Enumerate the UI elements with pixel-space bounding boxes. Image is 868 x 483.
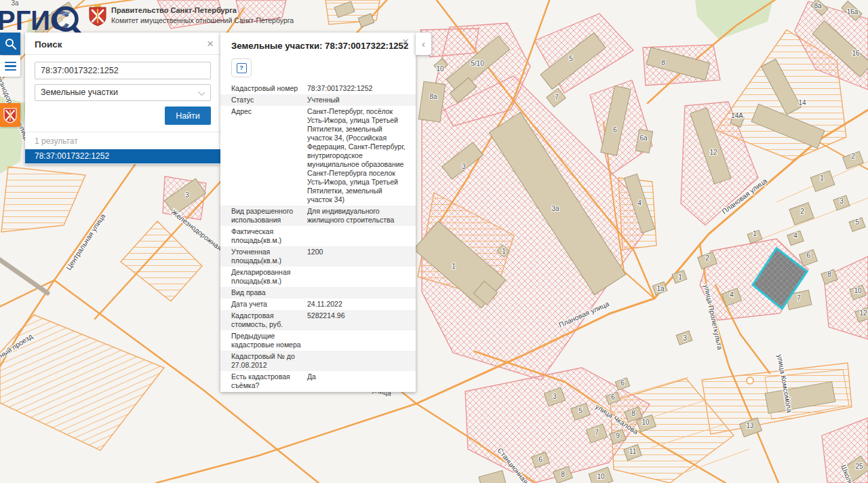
details-row: Уточненная площадь(кв.м.)1200: [220, 246, 416, 267]
details-row-label: Вид права: [220, 287, 307, 298]
building-label: 10: [597, 473, 605, 480]
details-row-label: Кадастровый номер: [220, 83, 307, 94]
spb-shield-icon: [3, 107, 17, 123]
details-table: Кадастровый номер78:37:0017322:1252Стату…: [220, 83, 416, 392]
building-label: 7: [555, 94, 559, 101]
building-label: 10: [854, 287, 862, 294]
building-label: 4: [793, 232, 797, 239]
search-query-input[interactable]: [35, 62, 211, 79]
building-label: 1а: [656, 285, 665, 292]
details-row: Декларированная площадь(кв.м.): [220, 267, 416, 287]
panel-collapse-button[interactable]: ‹: [416, 33, 431, 55]
chevron-down-icon: [198, 89, 205, 96]
details-close-icon[interactable]: ×: [402, 33, 409, 53]
building-label: 11: [629, 448, 637, 455]
details-row-label: Уточненная площадь(кв.м.): [220, 246, 307, 267]
building-label: 10: [436, 65, 444, 73]
details-row-label: Адрес: [220, 106, 307, 206]
search-icon: [5, 38, 16, 50]
details-row-label: Статус: [220, 94, 307, 106]
details-row-label: Есть кадастровая съёмка?: [220, 371, 307, 391]
toolbar-menu-button[interactable]: [0, 56, 20, 77]
building-label: 8: [631, 410, 635, 417]
building-label: 9: [616, 432, 620, 440]
parcel-info-button[interactable]: ?: [231, 58, 252, 77]
details-row: Кадастровый № до 27.08.2012: [220, 351, 416, 371]
building-label: 6: [538, 456, 542, 463]
building-label: 5/10: [471, 60, 484, 67]
toolbar-search-button[interactable]: [0, 33, 20, 55]
toolbar-emblem-button[interactable]: [0, 103, 20, 127]
building-label: 5: [569, 55, 573, 62]
building-label: 2: [851, 153, 855, 160]
find-button[interactable]: Найти: [165, 107, 211, 125]
building-label: 3: [462, 163, 466, 170]
details-row-value: [307, 287, 416, 298]
details-row: Вид разрешенного использованияДля индиви…: [220, 206, 416, 226]
search-category-value: Земельные участки: [41, 88, 118, 97]
details-row: АдресСанкт-Петербург, посёлок Усть-Ижора…: [220, 106, 416, 206]
details-row-label: Вид разрешенного использования: [220, 206, 307, 226]
search-panel-title: Поиск: [35, 39, 62, 50]
building-label: 3а: [551, 205, 559, 212]
details-row-label: Дата учета: [220, 298, 307, 310]
details-row: Предыдущие кадастровые номера: [220, 330, 416, 351]
building-label: 4: [637, 199, 642, 207]
details-row: СтатусУчтенный: [220, 94, 416, 106]
building-label: 25: [855, 463, 863, 470]
building-label: 3: [683, 334, 687, 342]
app-root: 3а8а16а168105/108а5766а331414А12213253а1…: [0, 0, 868, 483]
building-label: 14А: [731, 112, 743, 119]
building-label: 1: [502, 248, 506, 255]
building-label: 7: [595, 429, 599, 436]
building-label: 8: [661, 59, 665, 66]
details-row: Кадастровый номер78:37:0017322:1252: [220, 83, 416, 94]
details-row-value: 1200: [307, 246, 416, 267]
building-label: 12: [859, 309, 867, 317]
details-row-value: 78:37:0017322:1252: [307, 83, 416, 94]
search-panel-header: Поиск ×: [25, 33, 220, 55]
results-count: 1 результат: [25, 132, 220, 149]
details-row-value: [307, 330, 416, 351]
building-label: 6: [806, 252, 810, 259]
details-row-value: 24.11.2022: [307, 298, 416, 310]
building-label: 6: [611, 393, 615, 401]
details-row-value: Санкт-Петербург, посёлок Усть-Ижора, ули…: [307, 106, 416, 206]
question-icon: ?: [237, 63, 247, 73]
building-label: 3а: [11, 0, 19, 7]
map-gray-road: [0, 260, 47, 293]
search-close-icon[interactable]: ×: [207, 33, 214, 55]
search-category-select[interactable]: Земельные участки: [35, 84, 211, 101]
parcel-details-panel: Земельные участки: 78:37:0017322:1252 × …: [220, 33, 416, 392]
details-row-value: Не сдавался: [307, 391, 416, 392]
details-row-value: [307, 267, 416, 287]
details-row: Фактическая площадь(кв.м.): [220, 226, 416, 246]
building-label: 7: [797, 294, 801, 302]
building-label: 3: [185, 191, 189, 199]
details-row-label: Фактическая площадь(кв.м.): [220, 226, 307, 246]
details-row-label: Предыдущие кадастровые номера: [220, 330, 307, 351]
building-label: 6: [620, 379, 625, 387]
gov-line2: Комитет имущественных отношений Санкт-Пе…: [111, 16, 294, 24]
details-row-label: Информация об аренде: [220, 391, 307, 392]
building-label: 1: [753, 230, 757, 237]
building-label: 5: [855, 218, 859, 226]
details-row: Дата учета24.11.2022: [220, 298, 416, 310]
details-row: Информация об арендеНе сдавался: [220, 391, 416, 392]
building-label: 4: [730, 291, 734, 298]
building-label: 16а: [847, 8, 859, 16]
building-label: 1: [820, 174, 824, 182]
details-panel-title: Земельные участки: 78:37:0017322:1252: [231, 41, 408, 51]
map-point-marker: [747, 377, 753, 384]
building-label: 10: [642, 419, 650, 426]
building-label: 8: [827, 271, 831, 278]
chevron-left-icon: ‹: [422, 38, 425, 50]
building-label: 3: [553, 393, 557, 400]
search-result-item[interactable]: 78:37:0017322:1252: [25, 149, 220, 163]
gov-header: Правительство Санкт-Петербурга Комитет и…: [111, 6, 294, 24]
spb-coat-of-arms-icon: [88, 4, 107, 27]
hamburger-icon: [5, 60, 16, 73]
details-row-value: Да: [307, 371, 416, 391]
building-label: 3: [840, 197, 844, 205]
gov-line1: Правительство Санкт-Петербурга: [111, 6, 294, 14]
